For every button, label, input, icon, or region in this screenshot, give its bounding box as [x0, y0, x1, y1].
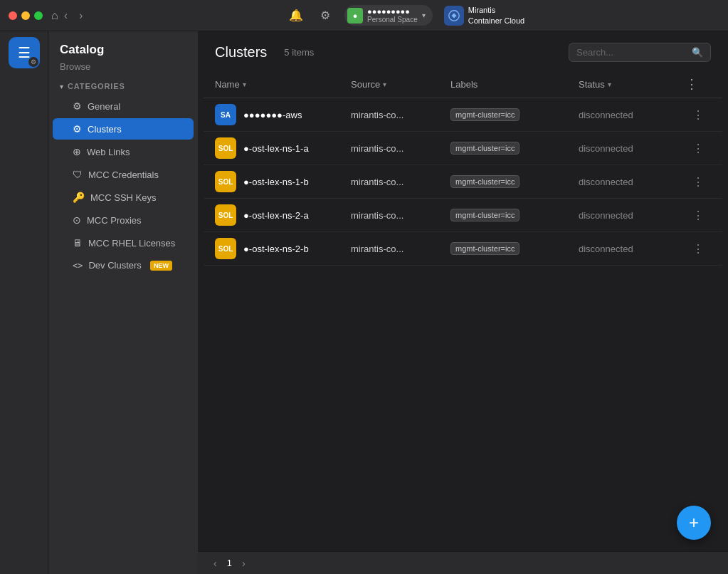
- sidebar-icon-8[interactable]: [9, 286, 40, 318]
- settings-button[interactable]: ⚙: [317, 6, 333, 25]
- cell-status: disconnected: [579, 110, 685, 120]
- cell-labels: mgmt-cluster=icc: [450, 209, 579, 221]
- cell-name: SOL ●-ost-lex-ns-2-a: [215, 204, 351, 226]
- page-nav: ‹ 1 ›: [209, 556, 250, 570]
- col-status[interactable]: Status ▾: [579, 76, 685, 92]
- home-button[interactable]: ⌂: [51, 9, 58, 22]
- sidebar-icon-5[interactable]: [9, 179, 40, 211]
- cell-labels: mgmt-cluster=icc: [450, 142, 579, 155]
- table-body: SA ●●●●●●●-aws mirantis-co... mgmt-clust…: [204, 98, 722, 266]
- more-columns-icon[interactable]: ⋮: [685, 76, 698, 92]
- sidebar-item-mcc-rhel[interactable]: 🖥 MCC RHEL Licenses: [53, 232, 194, 254]
- cell-name: SOL ●-ost-lex-ns-1-a: [215, 137, 351, 159]
- titlebar: ⌂ ‹ › 🔔 ⚙ ● ●●●●●●●●● Personal Space ▾ M…: [0, 0, 728, 31]
- cell-more: ⋮: [685, 174, 711, 190]
- cluster-name: ●-ost-lex-ns-1-b: [243, 177, 309, 187]
- sidebar-icon-7[interactable]: [9, 251, 40, 282]
- col-name[interactable]: Name ▾: [215, 76, 351, 92]
- sidebar-icon-4[interactable]: [9, 144, 40, 175]
- categories-section-header[interactable]: ▾ CATEGORIES: [48, 78, 198, 95]
- row-more-button[interactable]: ⋮: [688, 174, 708, 190]
- table-row[interactable]: SA ●●●●●●●-aws mirantis-co... mgmt-clust…: [204, 98, 722, 132]
- sidebar-item-web-links[interactable]: ⊕ Web Links: [53, 141, 194, 162]
- cell-name: SOL ●-ost-lex-ns-1-b: [215, 171, 351, 192]
- col-source[interactable]: Source ▾: [351, 76, 450, 92]
- next-page-button[interactable]: ›: [238, 556, 250, 570]
- cell-status: disconnected: [579, 143, 685, 154]
- back-button[interactable]: ‹: [61, 8, 70, 24]
- cell-source: mirantis-co...: [351, 177, 450, 187]
- cluster-name: ●-ost-lex-ns-2-b: [243, 244, 309, 254]
- row-more-button[interactable]: ⋮: [688, 140, 708, 157]
- close-button[interactable]: [9, 11, 17, 20]
- general-icon: ⚙: [73, 100, 82, 112]
- user-info: ●●●●●●●●● Personal Space: [367, 7, 418, 24]
- table-row[interactable]: SOL ●-ost-lex-ns-2-a mirantis-co... mgmt…: [204, 199, 722, 232]
- content-header: Clusters 5 items 🔍: [198, 31, 728, 71]
- mirantis-logo: Mirantis Container Cloud: [444, 5, 525, 26]
- label-tag: mgmt-cluster=icc: [450, 142, 519, 155]
- cluster-badge: SOL: [215, 137, 236, 159]
- sidebar-item-general[interactable]: ⚙ General: [53, 95, 194, 117]
- cell-source: mirantis-co...: [351, 210, 450, 221]
- cluster-badge: SOL: [215, 238, 236, 259]
- cell-labels: mgmt-cluster=icc: [450, 175, 579, 188]
- browse-link[interactable]: Browse: [48, 60, 198, 78]
- catalog-settings-icon[interactable]: ⚙: [28, 57, 38, 67]
- cluster-badge: SOL: [215, 171, 236, 192]
- sidebar-item-dev-clusters[interactable]: <> Dev Clusters NEW: [53, 255, 194, 276]
- status-sort-icon: ▾: [608, 80, 611, 88]
- minimize-button[interactable]: [21, 11, 30, 20]
- web-links-icon: ⊕: [73, 146, 81, 157]
- bottom-bar: ‹ 1 ›: [198, 551, 728, 574]
- catalog-header: Catalog: [48, 37, 198, 60]
- sidebar-icon-3[interactable]: [9, 108, 40, 140]
- content-wrapper: Clusters 5 items 🔍 Name ▾ Source ▾: [198, 31, 728, 574]
- cell-source: mirantis-co...: [351, 110, 450, 120]
- col-labels: Labels: [450, 76, 579, 92]
- table-row[interactable]: SOL ●-ost-lex-ns-1-a mirantis-co... mgmt…: [204, 132, 722, 165]
- categories-label: CATEGORIES: [68, 82, 125, 90]
- col-more: ⋮: [685, 76, 711, 92]
- prev-page-button[interactable]: ‹: [209, 556, 221, 570]
- cluster-name: ●-ost-lex-ns-1-a: [243, 143, 309, 154]
- add-button[interactable]: +: [677, 506, 711, 540]
- label-tag: mgmt-cluster=icc: [450, 242, 519, 255]
- new-badge: NEW: [150, 261, 172, 271]
- label-tag: mgmt-cluster=icc: [450, 108, 519, 121]
- bell-button[interactable]: 🔔: [286, 6, 306, 25]
- sidebar-item-clusters[interactable]: ⚙ Clusters: [53, 118, 194, 140]
- source-sort-icon: ▾: [383, 80, 386, 88]
- cell-labels: mgmt-cluster=icc: [450, 242, 579, 255]
- content: Clusters 5 items 🔍 Name ▾ Source ▾: [198, 31, 728, 551]
- titlebar-center: 🔔 ⚙ ● ●●●●●●●●● Personal Space ▾ Miranti…: [91, 5, 719, 26]
- sidebar-item-mcc-credentials[interactable]: 🛡 MCC Credentials: [53, 164, 194, 185]
- row-more-button[interactable]: ⋮: [688, 207, 708, 224]
- sidebar-item-mcc-ssh-keys[interactable]: 🔑 MCC SSH Keys: [53, 187, 194, 208]
- user-pill[interactable]: ● ●●●●●●●●● Personal Space ▾: [344, 5, 433, 26]
- sidebar-icon-6[interactable]: [9, 215, 40, 246]
- row-more-button[interactable]: ⋮: [688, 241, 708, 257]
- forward-button[interactable]: ›: [76, 8, 85, 24]
- search-input[interactable]: [576, 47, 687, 58]
- icon-sidebar: ☰ ⚙: [0, 31, 48, 574]
- sidebar-item-mcc-proxies[interactable]: ⊙ MCC Proxies: [53, 209, 194, 231]
- row-more-button[interactable]: ⋮: [688, 107, 708, 123]
- cell-labels: mgmt-cluster=icc: [450, 108, 579, 121]
- user-name: ●●●●●●●●●: [367, 7, 418, 16]
- mirantis-icon: [444, 6, 464, 26]
- clusters-label: Clusters: [88, 124, 122, 135]
- mcc-credentials-icon: 🛡: [73, 169, 83, 180]
- sidebar-icon-2[interactable]: [9, 73, 40, 104]
- main-layout: ☰ ⚙ Catalog Browse ▾ CATEGORIES ⚙ Genera…: [0, 31, 728, 574]
- table-row[interactable]: SOL ●-ost-lex-ns-2-b mirantis-co... mgmt…: [204, 232, 722, 266]
- sidebar-icon-catalog[interactable]: ☰ ⚙: [9, 37, 40, 68]
- table-row[interactable]: SOL ●-ost-lex-ns-1-b mirantis-co... mgmt…: [204, 165, 722, 199]
- table-header: Name ▾ Source ▾ Labels Status ▾: [204, 71, 722, 98]
- name-sort-icon: ▾: [243, 80, 246, 88]
- cell-more: ⋮: [685, 140, 711, 157]
- cell-status: disconnected: [579, 177, 685, 187]
- maximize-button[interactable]: [34, 11, 43, 20]
- cluster-badge: SA: [215, 104, 236, 125]
- dev-clusters-label: Dev Clusters: [88, 260, 141, 271]
